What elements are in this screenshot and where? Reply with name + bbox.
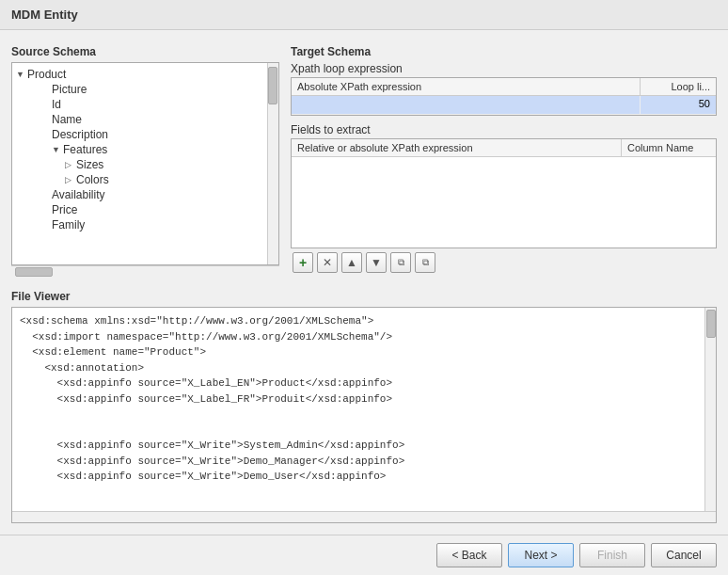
- tree-label-colors: Colors: [76, 173, 109, 186]
- file-viewer-panel: <xsd:schema xmlns:xsd="http://www.w3.org…: [11, 307, 717, 523]
- dialog-header: MDM Entity: [0, 0, 728, 30]
- xpath-section: Xpath loop expression Absolute XPath exp…: [291, 62, 717, 116]
- tree-leaf-availability[interactable]: Availability: [29, 187, 265, 202]
- finish-button[interactable]: Finish: [579, 543, 645, 567]
- source-schema-panel: Source Schema ▼ Product Picture Id Name …: [11, 41, 279, 277]
- expand-features-icon: ▼: [52, 145, 61, 154]
- panels-row: Source Schema ▼ Product Picture Id Name …: [11, 41, 717, 277]
- source-tree-wrapper: ▼ Product Picture Id Name Description ▼ …: [11, 62, 279, 265]
- fields-table-header: Relative or absolute XPath expression Co…: [292, 139, 716, 157]
- fields-toolbar: + ✕ ▲ ▼ ⧉ ⧉: [291, 248, 717, 277]
- tree-leaf-price[interactable]: Price: [29, 202, 265, 217]
- xpath-table-row[interactable]: 50: [292, 96, 716, 115]
- paste-field-button[interactable]: ⧉: [415, 252, 435, 273]
- dialog-footer: < Back Next > Finish Cancel: [0, 535, 728, 575]
- move-down-button[interactable]: ▼: [366, 252, 387, 273]
- expand-sizes-icon: ▷: [65, 160, 74, 169]
- expand-colors-icon: ▷: [65, 175, 74, 184]
- move-up-button[interactable]: ▲: [341, 252, 362, 273]
- fields-section-label: Fields to extract: [291, 123, 717, 136]
- xpath-col-expression: Absolute XPath expression: [292, 78, 641, 95]
- xpath-row-loop: 50: [641, 96, 716, 114]
- source-schema-label: Source Schema: [11, 41, 279, 62]
- tree-leaf-name[interactable]: Name: [29, 112, 265, 127]
- source-tree: ▼ Product Picture Id Name Description ▼ …: [12, 63, 267, 264]
- back-button[interactable]: < Back: [436, 543, 502, 567]
- tree-leaf-description[interactable]: Description: [29, 127, 265, 142]
- dialog-title: MDM Entity: [11, 8, 78, 22]
- tree-node-features[interactable]: ▼ Features: [29, 142, 265, 157]
- target-section: Xpath loop expression Absolute XPath exp…: [291, 62, 717, 277]
- source-scrollbar[interactable]: [267, 63, 278, 264]
- xpath-table-header: Absolute XPath expression Loop li...: [292, 78, 716, 96]
- fields-col-name: Column Name: [622, 139, 716, 156]
- tree-label-product: Product: [27, 68, 66, 81]
- copy-field-button[interactable]: ⧉: [390, 252, 411, 273]
- tree-node-sizes[interactable]: ▷ Sizes: [63, 157, 265, 172]
- fields-table: Relative or absolute XPath expression Co…: [291, 138, 717, 248]
- tree-leaf-picture[interactable]: Picture: [29, 82, 265, 97]
- delete-field-button[interactable]: ✕: [317, 252, 338, 273]
- file-viewer-hscrollbar[interactable]: [12, 511, 716, 522]
- expand-icon: ▼: [16, 70, 25, 79]
- xpath-table: Absolute XPath expression Loop li... 50: [291, 77, 717, 116]
- xpath-section-label: Xpath loop expression: [291, 62, 717, 75]
- tree-children-features: ▷ Sizes ▷ Colors: [29, 157, 265, 187]
- tree-node-product[interactable]: ▼ Product: [14, 67, 265, 82]
- tree-leaf-family[interactable]: Family: [29, 217, 265, 232]
- fields-section: Fields to extract Relative or absolute X…: [291, 123, 717, 277]
- xpath-row-expression[interactable]: [292, 96, 641, 114]
- tree-children-product: Picture Id Name Description ▼ Features ▷: [14, 82, 265, 232]
- dialog-body: Source Schema ▼ Product Picture Id Name …: [0, 30, 728, 535]
- file-viewer-section: File Viewer <xsd:schema xmlns:xsd="http:…: [11, 286, 717, 523]
- cancel-button[interactable]: Cancel: [651, 543, 717, 567]
- file-viewer-label: File Viewer: [11, 286, 717, 307]
- fields-col-xpath: Relative or absolute XPath expression: [292, 139, 622, 156]
- source-hscrollbar[interactable]: [11, 265, 279, 277]
- xpath-col-loop: Loop li...: [641, 78, 716, 95]
- next-button[interactable]: Next >: [508, 543, 574, 567]
- source-scrollbar-thumb: [268, 67, 277, 104]
- file-viewer-vscroll-thumb: [706, 310, 716, 338]
- target-schema-panel: Target Schema Xpath loop expression Abso…: [291, 41, 717, 277]
- tree-leaf-id[interactable]: Id: [29, 97, 265, 112]
- add-field-button[interactable]: +: [293, 252, 313, 273]
- tree-node-colors[interactable]: ▷ Colors: [63, 172, 265, 187]
- tree-label-features: Features: [63, 143, 107, 156]
- target-schema-label: Target Schema: [291, 41, 717, 62]
- dialog: MDM Entity Source Schema ▼ Product Pictu…: [0, 0, 728, 575]
- source-hscroll-thumb: [15, 267, 53, 277]
- file-viewer-content: <xsd:schema xmlns:xsd="http://www.w3.org…: [12, 308, 704, 511]
- file-viewer-inner: <xsd:schema xmlns:xsd="http://www.w3.org…: [12, 308, 716, 511]
- tree-label-sizes: Sizes: [76, 158, 103, 171]
- file-viewer-vscrollbar[interactable]: [704, 308, 716, 511]
